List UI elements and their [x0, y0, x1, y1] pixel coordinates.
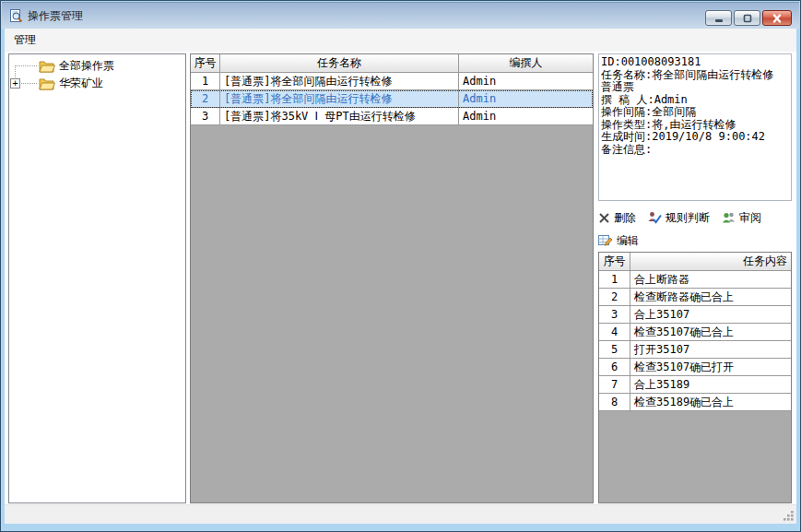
- folder-icon: [39, 77, 55, 90]
- content-row[interactable]: 1合上断路器: [599, 271, 791, 289]
- app-icon: [8, 8, 23, 23]
- task-table: 序号 任务名称 编撰人 1[普通票]将全部间隔由运行转检修Admin2[普通票]…: [190, 53, 594, 503]
- cell-no: 3: [599, 306, 630, 324]
- content-table-rows: 1合上断路器2检查断路器确已合上3合上351074检查35107确已合上5打开3…: [599, 271, 791, 411]
- tree-item-huarong-mine[interactable]: + 华荣矿业: [9, 75, 185, 92]
- task-table-rows: 1[普通票]将全部间隔由运行转检修Admin2[普通票]将全部间隔由运行转检修A…: [191, 73, 593, 125]
- content-row[interactable]: 5打开35107: [599, 341, 791, 359]
- review-button[interactable]: 审阅: [722, 210, 761, 226]
- tree-item-label: 华荣矿业: [59, 76, 103, 91]
- cell-task-name: [普通票]将35kV Ⅰ 母PT由运行转检修: [220, 108, 459, 125]
- app-window: 操作票管理 管理: [0, 0, 801, 532]
- content-table-header: 序号 任务内容: [599, 253, 791, 271]
- cell-author: Admin: [459, 73, 593, 90]
- content-row[interactable]: 8检查35189确已合上: [599, 394, 791, 411]
- detail-line: 备注信息:: [601, 144, 789, 157]
- content-table: 序号 任务内容 1合上断路器2检查断路器确已合上3合上351074检查35107…: [598, 252, 792, 503]
- cell-content: 合上断路器: [630, 271, 791, 289]
- cell-author: Admin: [459, 90, 593, 108]
- task-row[interactable]: 1[普通票]将全部间隔由运行转检修Admin: [191, 73, 593, 90]
- detail-line: 操作间隔:全部间隔: [601, 106, 789, 119]
- rule-check-button[interactable]: 规则判断: [648, 210, 710, 226]
- action-toolbar: 删除 规则判断 审: [598, 207, 761, 229]
- cell-no: 2: [599, 289, 630, 306]
- person-check-icon: [648, 211, 662, 224]
- detail-line: 撰 稿 人:Admin: [601, 94, 789, 107]
- column-header-content[interactable]: 任务内容: [630, 253, 791, 271]
- task-row[interactable]: 3[普通票]将35kV Ⅰ 母PT由运行转检修Admin: [191, 108, 593, 125]
- ticket-tree-panel[interactable]: 全部操作票 + 华荣矿业: [8, 53, 186, 503]
- detail-line: 任务名称:将全部间隔由运行转检修 普通票: [601, 69, 789, 94]
- content-row[interactable]: 2检查断路器确已合上: [599, 289, 791, 306]
- edit-label: 编辑: [617, 233, 639, 249]
- cell-no: 2: [191, 90, 220, 108]
- edit-button[interactable]: 编辑: [598, 233, 639, 249]
- cell-content: 检查断路器确已合上: [630, 289, 791, 306]
- edit-grid-pencil-icon: [598, 234, 613, 247]
- review-label: 审阅: [739, 210, 761, 226]
- people-icon: [722, 211, 736, 224]
- cell-author: Admin: [459, 108, 593, 125]
- cell-no: 1: [191, 73, 220, 90]
- column-header-no[interactable]: 序号: [191, 54, 220, 73]
- rule-check-label: 规则判断: [666, 210, 710, 226]
- content-row[interactable]: 6检查35107确已打开: [599, 359, 791, 376]
- cell-no: 4: [599, 324, 630, 341]
- detail-line: ID:001008093181: [601, 56, 789, 69]
- menu-item-manage[interactable]: 管理: [5, 29, 45, 52]
- folder-icon: [39, 60, 55, 73]
- detail-line: 操作类型:将,由运行转检修: [601, 119, 789, 132]
- cell-task-name: [普通票]将全部间隔由运行转检修: [220, 90, 459, 108]
- tree-item-label: 全部操作票: [59, 58, 114, 74]
- maximize-button[interactable]: [734, 10, 760, 26]
- cell-content: 检查35107确已合上: [630, 324, 791, 341]
- column-header-no[interactable]: 序号: [599, 253, 630, 271]
- task-row[interactable]: 2[普通票]将全部间隔由运行转检修Admin: [191, 90, 593, 108]
- close-icon: [771, 13, 783, 24]
- cell-no: 6: [599, 359, 630, 376]
- cell-no: 7: [599, 376, 630, 394]
- content-row[interactable]: 7合上35189: [599, 376, 791, 394]
- resize-grip[interactable]: [783, 510, 795, 522]
- cell-no: 1: [599, 271, 630, 289]
- edit-toolbar: 编辑: [598, 231, 639, 251]
- ticket-detail-box: ID:001008093181任务名称:将全部间隔由运行转检修 普通票撰 稿 人…: [598, 53, 792, 201]
- content-row[interactable]: 3合上35107: [599, 306, 791, 324]
- title-bar[interactable]: 操作票管理: [2, 2, 799, 29]
- expand-plus-icon[interactable]: +: [10, 78, 20, 89]
- cell-no: 3: [191, 108, 220, 125]
- window-body: 管理 全部操作票 +: [5, 29, 796, 524]
- column-header-author[interactable]: 编撰人: [459, 54, 593, 73]
- cell-content: 打开35107: [630, 341, 791, 359]
- close-button[interactable]: [762, 10, 792, 26]
- maximize-icon: [741, 13, 754, 24]
- cell-no: 5: [599, 341, 630, 359]
- tree-connector: +: [9, 75, 39, 92]
- window-title: 操作票管理: [28, 8, 83, 24]
- tree-connector: [9, 57, 39, 75]
- cell-content: 合上35107: [630, 306, 791, 324]
- cell-content: 检查35107确已打开: [630, 359, 791, 376]
- cell-content: 合上35189: [630, 376, 791, 394]
- cell-no: 8: [599, 394, 630, 411]
- delete-label: 删除: [614, 210, 636, 226]
- delete-x-icon: [598, 212, 610, 224]
- menu-bar: 管理: [5, 29, 796, 52]
- cell-content: 检查35189确已合上: [630, 394, 791, 411]
- content-row[interactable]: 4检查35107确已合上: [599, 324, 791, 341]
- column-header-task-name[interactable]: 任务名称: [220, 54, 459, 73]
- status-bar: [5, 504, 796, 524]
- task-table-header: 序号 任务名称 编撰人: [191, 54, 593, 73]
- cell-task-name: [普通票]将全部间隔由运行转检修: [220, 73, 459, 90]
- caption-buttons: [705, 10, 792, 26]
- tree-item-all-tickets[interactable]: 全部操作票: [9, 57, 185, 75]
- detail-panel: ID:001008093181任务名称:将全部间隔由运行转检修 普通票撰 稿 人…: [598, 53, 792, 503]
- minimize-icon: [713, 13, 725, 24]
- minimize-button[interactable]: [705, 10, 732, 26]
- detail-line: 生成时间:2019/10/8 9:00:42: [601, 131, 789, 144]
- delete-button[interactable]: 删除: [598, 210, 636, 226]
